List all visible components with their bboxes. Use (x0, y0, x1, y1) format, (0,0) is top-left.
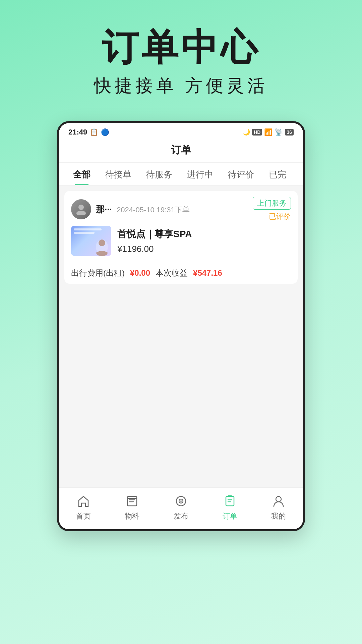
order-cost-bar: 出行费用(出租) ¥0.00 本次收益 ¥547.16 (64, 262, 298, 284)
nav-publish[interactable]: 发布 (161, 494, 201, 521)
thumb-text-lines (74, 228, 109, 234)
service-thumbnail (71, 226, 111, 256)
status-right-icons: 🌙 HD 📶 📡 36 (243, 128, 294, 136)
user-details: 那··· 2024-05-10 19:31下单 (96, 204, 190, 215)
order-item-content: 首悦点｜尊享SPA ¥1196.00 (64, 226, 298, 262)
svg-point-7 (180, 500, 182, 502)
notification-icon: 📋 (90, 128, 98, 136)
order-user-info: 那··· 2024-05-10 19:31下单 (71, 199, 190, 219)
app-header: 订单 (59, 139, 303, 163)
tab-in-progress[interactable]: 进行中 (180, 163, 221, 185)
nav-materials[interactable]: 物料 (112, 494, 152, 521)
svg-rect-8 (226, 496, 234, 506)
travel-cost-label: 出行费用(出租) (71, 268, 125, 278)
travel-cost-value: ¥0.00 (130, 268, 150, 278)
home-icon (76, 494, 91, 508)
nav-profile[interactable]: 我的 (258, 494, 299, 521)
status-time: 21:49 📋 🔵 (68, 128, 109, 137)
battery-badge: 36 (285, 129, 294, 136)
nav-profile-label: 我的 (271, 511, 286, 521)
nav-orders[interactable]: 订单 (210, 494, 250, 521)
avatar-image (71, 199, 91, 219)
user-name: 那··· (96, 204, 112, 214)
orders-icon (223, 494, 237, 508)
phone-frame: 21:49 📋 🔵 🌙 HD 📶 📡 36 订单 全部 待接单 待服务 进行中 (57, 121, 305, 531)
avatar (71, 199, 91, 219)
service-price: ¥1196.00 (117, 244, 291, 254)
tab-wait-service[interactable]: 待服务 (139, 163, 180, 185)
thumb-line-1 (74, 228, 102, 230)
tab-pending-review[interactable]: 待评价 (221, 163, 261, 185)
svg-point-1 (76, 211, 86, 215)
order-list: 那··· 2024-05-10 19:31下单 上门服务 已评价 (59, 185, 303, 487)
publish-icon (174, 494, 188, 508)
profile-icon (271, 494, 286, 508)
svg-point-9 (276, 496, 281, 502)
materials-icon (125, 494, 139, 508)
income-value: ¥547.16 (193, 268, 222, 278)
nav-materials-label: 物料 (125, 511, 139, 521)
nav-home[interactable]: 首页 (63, 494, 104, 521)
order-card-header: 那··· 2024-05-10 19:31下单 上门服务 已评价 (64, 191, 298, 226)
status-tag: 已评价 (269, 212, 291, 222)
tab-all[interactable]: 全部 (66, 163, 98, 185)
hd-badge: HD (252, 129, 262, 136)
nav-orders-label: 订单 (223, 511, 237, 521)
app-icon: 🔵 (101, 128, 109, 136)
promo-title: 订单中心 (102, 27, 260, 67)
order-status-tags: 上门服务 已评价 (253, 197, 291, 222)
header-title: 订单 (171, 144, 191, 155)
svg-rect-4 (127, 496, 137, 506)
status-bar: 21:49 📋 🔵 🌙 HD 📶 📡 36 (59, 123, 303, 139)
promo-section: 订单中心 快捷接单 方便灵活 (0, 0, 362, 111)
service-info: 首悦点｜尊享SPA ¥1196.00 (117, 228, 291, 254)
service-tag: 上门服务 (253, 197, 291, 210)
signal-icon: 📶 (264, 128, 273, 136)
promo-subtitle: 快捷接单 方便灵活 (94, 74, 268, 98)
order-card[interactable]: 那··· 2024-05-10 19:31下单 上门服务 已评价 (64, 191, 298, 284)
tab-completed[interactable]: 已完 (261, 163, 294, 185)
thumb-line-2 (74, 232, 95, 234)
order-time: 2024-05-10 19:31下单 (117, 206, 190, 214)
moon-icon: 🌙 (243, 128, 250, 136)
svg-point-0 (78, 205, 84, 210)
svg-point-3 (99, 239, 105, 246)
tabs-bar: 全部 待接单 待服务 进行中 待评价 已完 (59, 163, 303, 185)
nav-publish-label: 发布 (174, 511, 188, 521)
thumb-inner (71, 226, 111, 256)
service-name: 首悦点｜尊享SPA (117, 228, 291, 240)
nav-home-label: 首页 (76, 511, 91, 521)
income-label: 本次收益 (156, 268, 188, 278)
wifi-icon: 📡 (275, 128, 283, 136)
bottom-nav: 首页 物料 发布 订单 (59, 487, 303, 529)
tab-pending[interactable]: 待接单 (98, 163, 139, 185)
